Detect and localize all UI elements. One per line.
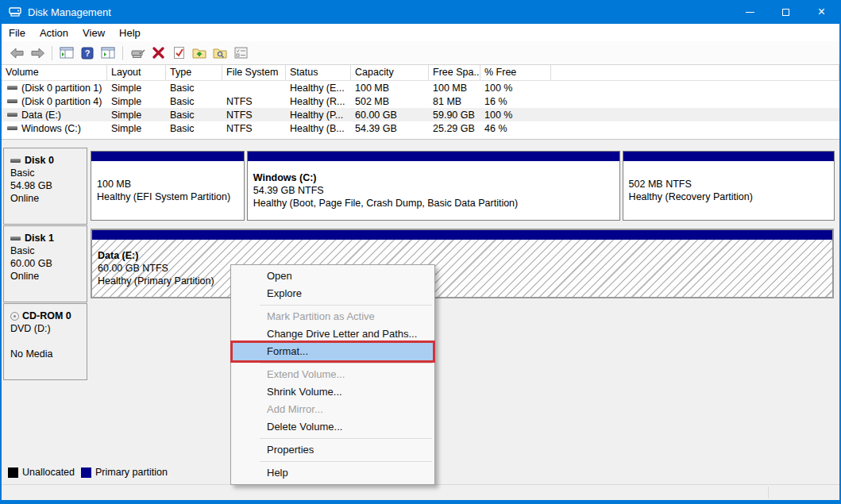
- disk-name: Disk 0: [10, 154, 87, 167]
- volume-cell: 100 MB: [351, 83, 429, 94]
- disk-label[interactable]: Disk 1Basic60.00 GBOnline: [3, 225, 87, 302]
- partition-detail: Healthy (Primary Partition): [98, 275, 829, 287]
- show-action-pane-icon[interactable]: [98, 44, 118, 62]
- volume-cell: 100 MB: [429, 83, 480, 94]
- volume-cell: Simple: [107, 110, 166, 121]
- menu-item-explore[interactable]: Explore: [232, 285, 434, 302]
- column-header-capacity[interactable]: Capacity: [351, 65, 429, 80]
- column-header-status[interactable]: Status: [286, 65, 351, 80]
- column-header-volume[interactable]: Volume: [2, 65, 107, 80]
- disk-bar: Data (E:)60.00 GB NTFSHealthy (Primary P…: [91, 229, 834, 298]
- legend-swatch: [81, 467, 91, 478]
- back-icon[interactable]: [7, 44, 26, 62]
- volume-row[interactable]: (Disk 0 partition 1)SimpleBasicHealthy (…: [2, 81, 839, 94]
- check-document-icon[interactable]: [169, 44, 188, 62]
- partition-title: Windows (C:): [253, 171, 616, 184]
- volume-list: VolumeLayoutTypeFile SystemStatusCapacit…: [2, 65, 839, 140]
- help-icon[interactable]: ?: [78, 44, 97, 62]
- menu-action[interactable]: Action: [33, 25, 75, 40]
- menu-item-add-mirror: Add Mirror...: [232, 401, 434, 418]
- partition-detail: Healthy (Boot, Page File, Crash Dump, Ba…: [253, 197, 616, 210]
- toolbar: ?: [2, 41, 839, 65]
- menu-file[interactable]: File: [2, 25, 33, 40]
- volume-row[interactable]: Data (E:)SimpleBasicNTFSHealthy (P...60.…: [2, 108, 839, 121]
- task-list-icon[interactable]: [231, 44, 250, 62]
- menu-item-help[interactable]: Help: [232, 464, 434, 482]
- partition-color-band: [623, 152, 835, 161]
- menu-view[interactable]: View: [75, 25, 112, 40]
- column-header-file-system[interactable]: File System: [222, 65, 286, 80]
- minimize-button[interactable]: [732, 0, 768, 24]
- partition-detail: 54.39 GB NTFS: [253, 184, 616, 197]
- folder-up-icon[interactable]: [190, 44, 209, 62]
- maximize-icon: [782, 9, 789, 16]
- volume-cell: 59.90 GB: [429, 110, 480, 121]
- column-header-layout[interactable]: Layout: [107, 65, 166, 80]
- window-title: Disk Management: [28, 6, 111, 18]
- disk-management-window: Disk Management × FileActionViewHelp ? V…: [0, 0, 841, 504]
- partition-info: 100 MBHealthy (EFI System Partition): [91, 161, 244, 220]
- partition[interactable]: 502 MB NTFSHealthy (Recovery Partition): [623, 151, 835, 221]
- disk-label[interactable]: CD-ROM 0DVD (D:)No Media: [3, 303, 87, 380]
- partition-color-band: [91, 152, 244, 161]
- partition-info: 502 MB NTFSHealthy (Recovery Partition): [623, 161, 835, 220]
- disk-name-text: Disk 1: [25, 232, 54, 244]
- delete-icon[interactable]: [149, 44, 168, 62]
- disk-size: 54.98 GB: [10, 179, 87, 192]
- toolbar-separator: [122, 46, 123, 60]
- menu-separator: [260, 363, 432, 364]
- disk-drive-icon: [9, 6, 21, 17]
- disk-label[interactable]: Disk 0Basic54.98 GBOnline: [3, 148, 87, 225]
- menu-item-shrink-volume[interactable]: Shrink Volume...: [232, 383, 434, 401]
- column-header--free[interactable]: % Free: [480, 65, 551, 80]
- menu-item-open[interactable]: Open: [232, 267, 434, 285]
- volume-row[interactable]: Windows (C:)SimpleBasicNTFSHealthy (B...…: [2, 121, 839, 135]
- partition-info: Data (E:)60.00 GB NTFSHealthy (Primary P…: [92, 240, 832, 297]
- volume-cell: Healthy (B...: [286, 123, 351, 134]
- maximize-button[interactable]: [768, 0, 804, 24]
- volume-cell: 46 %: [480, 123, 551, 134]
- volume-row[interactable]: (Disk 0 partition 4)SimpleBasicNTFSHealt…: [2, 94, 839, 108]
- menu-item-properties[interactable]: Properties: [232, 441, 434, 459]
- volume-cell: (Disk 0 partition 4): [2, 96, 107, 107]
- disk-row-disk-0: Disk 0Basic54.98 GBOnline100 MBHealthy (…: [3, 148, 835, 225]
- volume-name: (Disk 0 partition 4): [21, 96, 102, 107]
- legend-item: Primary partition: [81, 467, 168, 478]
- partition[interactable]: 100 MBHealthy (EFI System Partition): [91, 151, 245, 221]
- close-button[interactable]: ×: [804, 0, 839, 24]
- folder-search-icon[interactable]: [210, 44, 230, 62]
- show-console-tree-icon[interactable]: [57, 44, 76, 62]
- partition-detail: 502 MB NTFS: [629, 178, 831, 190]
- device-properties-icon[interactable]: [128, 44, 147, 62]
- volume-cell: NTFS: [222, 123, 286, 134]
- column-header-type[interactable]: Type: [166, 65, 222, 80]
- volume-cell: Basic: [166, 110, 222, 121]
- disk-size: 60.00 GB: [10, 257, 87, 270]
- volume-cell: 100 %: [480, 110, 551, 121]
- status-bar-divider: [768, 487, 769, 498]
- partition[interactable]: Windows (C:)54.39 GB NTFSHealthy (Boot, …: [247, 151, 620, 221]
- cdrom-icon: [10, 312, 19, 321]
- volume-drive-icon: [7, 99, 17, 103]
- forward-icon[interactable]: [28, 44, 47, 62]
- menu-item-format[interactable]: Format...: [232, 343, 434, 360]
- partition[interactable]: Data (E:)60.00 GB NTFSHealthy (Primary P…: [91, 229, 834, 298]
- partition-detail: Healthy (EFI System Partition): [97, 190, 241, 203]
- menu-item-change-drive-letter-and-paths[interactable]: Change Drive Letter and Paths...: [232, 325, 434, 343]
- legend-label: Primary partition: [95, 467, 168, 478]
- volume-drive-icon: [7, 126, 17, 130]
- disk-name: Disk 1: [10, 232, 87, 244]
- volume-cell: 54.39 GB: [351, 123, 429, 134]
- disk-status: Online: [10, 270, 87, 283]
- close-icon: ×: [818, 6, 825, 18]
- menu-item-delete-volume[interactable]: Delete Volume...: [232, 418, 434, 436]
- menu-separator: [260, 438, 432, 439]
- volume-cell: Simple: [107, 96, 166, 107]
- svg-text:?: ?: [85, 48, 91, 58]
- menu-bar: FileActionViewHelp: [2, 24, 839, 41]
- volume-cell: 25.29 GB: [429, 123, 480, 134]
- column-header-free-spa-[interactable]: Free Spa...: [429, 65, 480, 80]
- disk-name-text: CD-ROM 0: [22, 310, 71, 322]
- menu-help[interactable]: Help: [112, 25, 148, 40]
- disk-kind: Basic: [10, 167, 87, 179]
